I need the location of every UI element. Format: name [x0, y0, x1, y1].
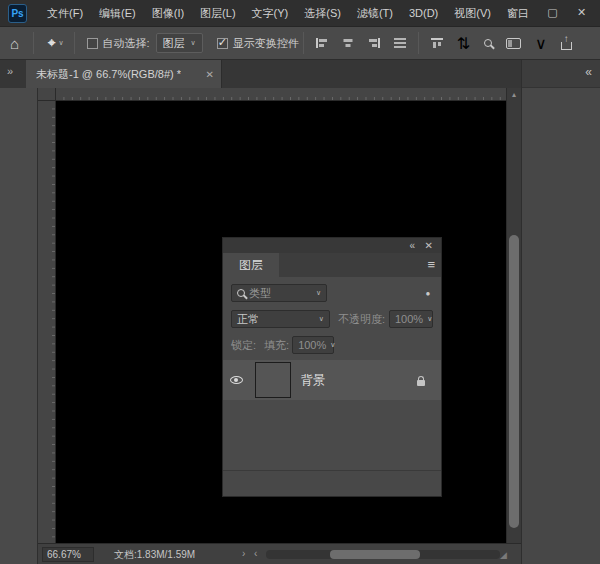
search-icon — [237, 289, 245, 297]
layer-lock-icon — [411, 375, 431, 386]
align-top-edges-icon[interactable] — [431, 38, 443, 48]
layer-visibility-eye-icon[interactable] — [223, 376, 249, 384]
close-button[interactable]: ✕ — [567, 0, 596, 26]
tab-layers[interactable]: 图层 — [223, 253, 279, 277]
eye-icon — [230, 376, 243, 384]
fill-label: 填充: — [264, 338, 289, 353]
blend-mode-value: 正常 — [237, 312, 259, 327]
opacity-input[interactable]: 100% ∨ — [389, 310, 433, 328]
layer-row-background[interactable]: 背景 — [223, 360, 441, 400]
status-proxy-arrow-icon[interactable]: ‹ — [254, 548, 257, 559]
toolbar-expand-icon[interactable]: » — [7, 65, 13, 77]
fill-input[interactable]: 100% ∨ — [292, 336, 334, 354]
document-size-info: 文档:1.83M/1.59M — [114, 548, 195, 562]
separator — [74, 32, 75, 54]
layers-panel-tabs: 图层 ≡ — [223, 253, 441, 277]
panel-close-icon[interactable]: ✕ — [425, 239, 433, 252]
filter-toggle-icon[interactable]: ● — [423, 289, 433, 298]
auto-select-checkbox[interactable] — [87, 38, 98, 49]
right-panel-dock: « — [521, 60, 600, 564]
align-horizontal-centers-icon[interactable] — [342, 38, 354, 48]
horizontal-scrollbar-thumb[interactable] — [330, 550, 420, 559]
vertical-scrollbar-thumb[interactable] — [509, 235, 519, 528]
document-tab[interactable]: 未标题-1 @ 66.7%(RGB/8#) * ✕ — [26, 60, 222, 88]
separator — [418, 32, 419, 54]
auto-select-value: 图层 — [163, 36, 185, 51]
current-tool-button[interactable]: ⌖∨ — [38, 35, 69, 51]
transform-3d-icon[interactable]: ⇅ — [457, 34, 470, 53]
menu-item[interactable]: 文件(F) — [39, 0, 91, 26]
layers-panel-footer — [223, 470, 441, 496]
align-buttons — [308, 38, 414, 48]
status-bar: 66.67% 文档:1.83M/1.59M › ‹ ◢ — [38, 543, 521, 564]
menubar: 文件(F)编辑(E)图像(I)图层(L)文字(Y)选择(S)滤镜(T)3D(D)… — [39, 0, 537, 26]
chevron-down-icon: ∨ — [330, 341, 335, 349]
menu-item[interactable]: 视图(V) — [446, 0, 499, 26]
tools-toolbar — [0, 88, 38, 564]
layer-name: 背景 — [301, 372, 325, 389]
right-panel-header: « — [522, 60, 600, 88]
document-tab-bar: » 未标题-1 @ 66.7%(RGB/8#) * ✕ — [0, 60, 521, 88]
filter-type-label: 类型 — [249, 286, 271, 301]
panel-collapse-icon[interactable]: « — [409, 239, 415, 252]
lock-icon — [417, 380, 425, 386]
chevron-down-icon: ∨ — [319, 315, 324, 323]
layer-filter-search[interactable]: 类型 ∨ — [231, 284, 327, 302]
options-bar: ⌂ ⌖∨ 自动选择: 图层∨ 显示变换控件 ⇅∨ — [0, 27, 600, 60]
vertical-ruler — [38, 101, 56, 564]
menu-item[interactable]: 3D(D) — [401, 0, 446, 26]
chevron-down-icon: ∨ — [191, 39, 196, 47]
chevron-down-icon: ∨ — [316, 289, 321, 297]
home-icon[interactable]: ⌂ — [0, 35, 29, 52]
menu-item[interactable]: 图层(L) — [192, 0, 243, 26]
layer-thumbnail[interactable] — [255, 362, 291, 398]
opacity-label: 不透明度: — [338, 312, 385, 327]
separator — [303, 32, 304, 54]
search-icon[interactable] — [484, 39, 492, 47]
show-transform-checkbox[interactable] — [217, 38, 228, 49]
horizontal-scrollbar[interactable] — [266, 550, 500, 559]
chevron-down-icon: ∨ — [427, 315, 432, 323]
maximize-button[interactable]: ▢ — [538, 0, 567, 26]
show-transform-label: 显示变换控件 — [233, 36, 299, 51]
menu-item[interactable]: 文字(Y) — [244, 0, 297, 26]
opacity-value: 100% — [395, 313, 423, 325]
tab-close-icon[interactable]: ✕ — [199, 69, 221, 80]
workspace-switcher-icon[interactable] — [506, 38, 521, 49]
options-right-buttons: ⇅∨ — [423, 34, 580, 53]
align-left-edges-icon[interactable] — [316, 38, 328, 48]
zoom-level-input[interactable]: 66.67% — [42, 547, 94, 562]
auto-select-label: 自动选择: — [103, 36, 150, 51]
document-tab-title: 未标题-1 @ 66.7%(RGB/8#) * — [26, 67, 181, 82]
panel-collapse-icon[interactable]: « — [585, 65, 592, 79]
ruler-corner — [38, 88, 56, 101]
blend-mode-dropdown[interactable]: 正常 ∨ — [231, 310, 330, 328]
status-proxy-arrow-icon[interactable]: › — [242, 548, 245, 559]
lock-label: 锁定: — [231, 338, 256, 353]
resize-grip-icon[interactable]: ◢ — [500, 550, 507, 560]
chevron-down-icon[interactable]: ∨ — [535, 34, 547, 53]
scroll-up-icon[interactable]: ▴ — [507, 90, 521, 99]
menu-item[interactable]: 滤镜(T) — [349, 0, 401, 26]
auto-select-target-dropdown[interactable]: 图层∨ — [156, 33, 203, 53]
menu-item[interactable]: 选择(S) — [296, 0, 349, 26]
titlebar: Ps 文件(F)编辑(E)图像(I)图层(L)文字(Y)选择(S)滤镜(T)3D… — [0, 0, 600, 27]
photoshop-logo-icon: Ps — [8, 4, 27, 23]
minimize-button[interactable]: – — [509, 0, 538, 26]
distribute-vertical-centers-icon[interactable] — [394, 38, 406, 48]
panel-menu-icon[interactable]: ≡ — [427, 257, 435, 272]
layers-panel-titlebar: « ✕ — [223, 238, 441, 253]
menu-item[interactable]: 图像(I) — [144, 0, 192, 26]
share-image-icon[interactable] — [561, 42, 572, 50]
separator — [33, 32, 34, 54]
align-right-edges-icon[interactable] — [368, 38, 380, 48]
fill-value: 100% — [298, 339, 326, 351]
layers-panel: « ✕ 图层 ≡ 类型 ∨ ● 正常 ∨ 不透明度: 100% — [222, 237, 442, 497]
photoshop-window: Ps 文件(F)编辑(E)图像(I)图层(L)文字(Y)选择(S)滤镜(T)3D… — [0, 0, 600, 564]
move-tool-icon: ⌖ — [48, 35, 55, 51]
horizontal-ruler — [38, 88, 506, 101]
menu-item[interactable]: 编辑(E) — [91, 0, 144, 26]
chevron-down-icon: ∨ — [58, 39, 63, 47]
vertical-scrollbar[interactable]: ▴ — [506, 88, 521, 543]
